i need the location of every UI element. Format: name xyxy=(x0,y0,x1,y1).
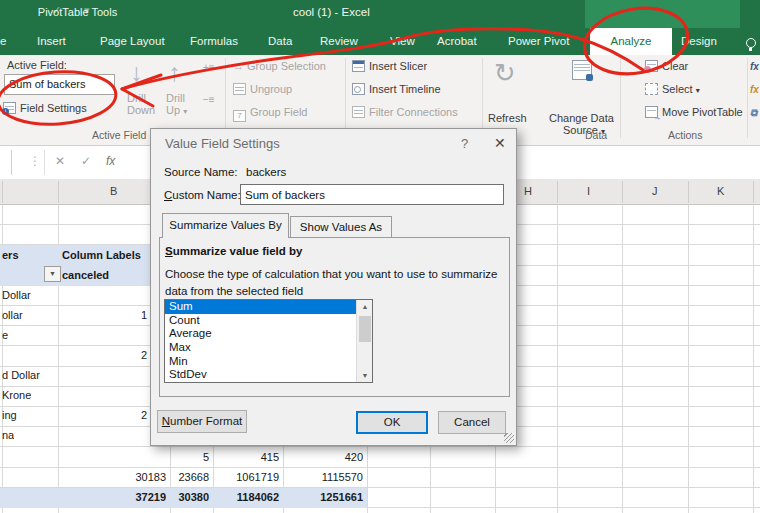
summarize-description-line1: Choose the type of calculation that you … xyxy=(165,268,497,280)
ok-button[interactable]: OK xyxy=(356,411,428,434)
dialog-resize-grip[interactable] xyxy=(504,433,514,443)
olap-tools-button[interactable]: fx O xyxy=(750,83,760,95)
grand-total-value[interactable]: 37219 xyxy=(60,491,166,503)
row-label[interactable]: d Dollar xyxy=(2,369,40,381)
scrollbar-thumb[interactable] xyxy=(359,316,371,342)
pivot-column-labels[interactable]: Column Labels xyxy=(62,249,149,261)
pivot-row-label-partial[interactable]: ers xyxy=(2,249,19,261)
row-label[interactable]: ollar xyxy=(2,309,23,321)
dialog-help-icon[interactable]: ? xyxy=(461,136,468,151)
expand-field-button[interactable]: +≡ xyxy=(203,62,215,73)
enter-entry-icon[interactable]: ✓ xyxy=(81,154,91,168)
pivottable-tools-band xyxy=(585,0,740,28)
tab-insert[interactable]: Insert xyxy=(37,35,66,47)
cell-value[interactable]: 1115570 xyxy=(285,471,363,483)
active-field-caption: Active Field: xyxy=(7,59,67,71)
insert-slicer-icon xyxy=(352,60,365,72)
group-selection-button[interactable]: → Group Selection xyxy=(233,60,326,72)
cell-value[interactable]: 415 xyxy=(215,451,279,463)
cell-value[interactable]: 5 xyxy=(172,451,209,463)
column-labels-filter-dropdown[interactable]: ▼ xyxy=(44,266,61,282)
cancel-entry-icon[interactable]: ✕ xyxy=(55,154,65,168)
tab-summarize-values-by[interactable]: Summarize Values By xyxy=(162,213,289,238)
filter-connections-icon xyxy=(352,106,365,118)
cell-value[interactable]: 420 xyxy=(285,451,363,463)
tab-power-pivot[interactable]: Power Pivot xyxy=(508,35,569,47)
list-item-stddev[interactable]: StdDev xyxy=(165,368,372,382)
group-field-button[interactable]: 7Group Field xyxy=(233,106,307,122)
dialog-close-icon[interactable]: ✕ xyxy=(494,135,506,151)
cell-value[interactable]: 23668 xyxy=(172,471,209,483)
tab-view[interactable]: View xyxy=(390,35,415,47)
ribbon-separator xyxy=(482,58,483,138)
select-button[interactable]: Select ▾ xyxy=(645,83,700,95)
grand-total-value[interactable]: 1251661 xyxy=(285,491,363,503)
row-label[interactable]: Dollar xyxy=(2,289,31,301)
list-item-min[interactable]: Min xyxy=(165,355,372,369)
select-icon xyxy=(645,83,658,95)
formula-bar-dots-icon[interactable]: ⋮ xyxy=(29,154,41,168)
custom-name-input[interactable] xyxy=(240,184,504,205)
column-header-H[interactable]: H xyxy=(524,185,532,197)
pivot-filter-value[interactable]: canceled xyxy=(62,269,109,281)
tab-page-layout[interactable]: Page Layout xyxy=(100,35,165,47)
clear-button[interactable]: Clear xyxy=(645,60,688,72)
grand-total-value[interactable]: 1184062 xyxy=(215,491,279,503)
row-label[interactable]: e xyxy=(2,329,8,341)
grand-total-value[interactable]: 30380 xyxy=(172,491,209,503)
ungroup-button[interactable]: Ungroup xyxy=(233,83,292,95)
number-format-button[interactable]: Number Format xyxy=(157,410,247,433)
tab-show-values-as[interactable]: Show Values As xyxy=(290,216,392,238)
group-selection-icon: → xyxy=(233,60,244,72)
column-header-J[interactable]: J xyxy=(652,185,658,197)
gridline xyxy=(622,205,623,513)
header-separator xyxy=(58,181,59,203)
header-separator xyxy=(2,181,3,203)
refresh-button[interactable]: Refresh xyxy=(488,112,527,124)
list-item-max[interactable]: Max xyxy=(165,341,372,355)
column-header-K[interactable]: K xyxy=(717,185,724,197)
clear-icon xyxy=(645,60,658,72)
scroll-up-icon[interactable]: ▲ xyxy=(357,303,373,310)
source-name-label: Source Name: xyxy=(164,166,238,178)
collapse-field-button[interactable]: −≡ xyxy=(203,94,215,105)
cancel-button[interactable]: Cancel xyxy=(438,411,506,434)
pivottable-tools-label: PivotTable Tools xyxy=(0,6,155,22)
list-item-count[interactable]: Count xyxy=(165,314,372,328)
excel-window: ✓ ▾ cool (1) - Excel PivotTable Tools e … xyxy=(0,0,760,513)
drill-up-button[interactable]: DrillUp ▾ xyxy=(166,92,187,116)
listbox-scrollbar[interactable]: ▲ ▼ xyxy=(356,300,372,382)
list-item-average[interactable]: Average xyxy=(165,327,372,341)
insert-slicer-button[interactable]: Insert Slicer xyxy=(352,60,427,72)
list-item-sum[interactable]: Sum xyxy=(165,300,372,314)
row-label[interactable]: Krone xyxy=(2,389,31,401)
ribbon-separator xyxy=(620,58,621,138)
filter-connections-button[interactable]: Filter Connections xyxy=(352,106,458,118)
tab-home-partial[interactable]: e xyxy=(0,35,6,47)
insert-timeline-button[interactable]: Insert Timeline xyxy=(352,83,441,95)
cell-value[interactable]: 1061719 xyxy=(215,471,279,483)
insert-function-icon[interactable]: fx xyxy=(106,154,115,168)
tab-analyze[interactable]: Analyze xyxy=(590,28,672,55)
fields-items-sets-button[interactable]: fx F xyxy=(750,60,760,72)
relationships-button[interactable]: ⧉ R xyxy=(750,106,760,119)
value-field-settings-dialog: Value Field Settings ? ✕ Source Name: ba… xyxy=(150,128,517,446)
field-settings-button[interactable]: iField Settings xyxy=(3,102,87,114)
tab-data[interactable]: Data xyxy=(268,35,292,47)
drill-down-button[interactable]: DrillDown xyxy=(127,92,155,116)
row-label[interactable]: na xyxy=(2,429,14,441)
active-field-box[interactable]: Sum of backers xyxy=(4,74,115,95)
move-pivottable-button[interactable]: →Move PivotTable xyxy=(645,106,743,118)
cell-value[interactable]: 30183 xyxy=(60,471,166,483)
column-header-I[interactable]: I xyxy=(587,185,590,197)
partial-value-digit: 2 xyxy=(141,409,150,421)
scroll-down-icon[interactable]: ▼ xyxy=(357,372,373,379)
column-header-B[interactable]: B xyxy=(110,185,117,197)
tab-design[interactable]: Design xyxy=(681,35,717,47)
tab-review[interactable]: Review xyxy=(320,35,358,47)
tab-acrobat[interactable]: Acrobat xyxy=(437,35,477,47)
tell-me-lightbulb-icon[interactable] xyxy=(746,34,756,52)
tab-formulas[interactable]: Formulas xyxy=(190,35,238,47)
row-label[interactable]: ing xyxy=(2,409,17,421)
summarize-function-listbox[interactable]: Sum Count Average Max Min StdDev ▲ ▼ xyxy=(164,299,373,383)
